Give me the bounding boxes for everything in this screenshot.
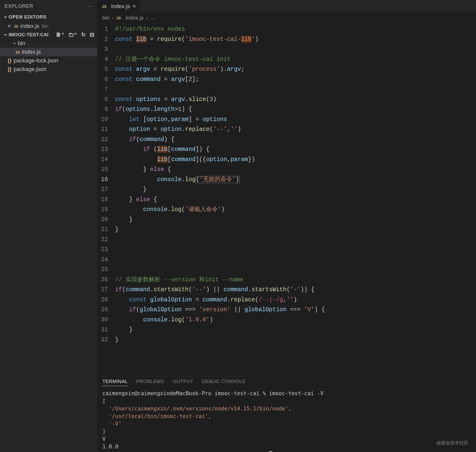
chevron-down-icon	[3, 14, 7, 20]
new-file-icon[interactable]: 🗎⁺	[56, 31, 64, 38]
tab-bar: JS index.js ×	[97, 0, 476, 13]
open-editors-label: OPEN EDITORS	[9, 14, 46, 20]
collapse-icon[interactable]: ⊟	[90, 31, 94, 38]
close-icon[interactable]: ×	[133, 3, 136, 10]
open-editor-filename: index.js	[20, 23, 39, 29]
chevron-down-icon	[3, 31, 7, 38]
tab-output[interactable]: OUTPUT	[173, 379, 193, 386]
json-icon: {}	[8, 66, 12, 72]
terminal-panel: TERMINAL PROBLEMS OUTPUT DEBUG CONSOLE c…	[97, 376, 476, 452]
close-icon[interactable]: ×	[8, 23, 14, 29]
sidebar: EXPLORER ··· OPEN EDITORS × JS index.js …	[0, 0, 97, 452]
open-editors-header[interactable]: OPEN EDITORS	[0, 12, 97, 22]
tab-debug-console[interactable]: DEBUG CONSOLE	[202, 379, 246, 386]
open-editor-folder: bin	[42, 23, 49, 29]
explorer-title: EXPLORER	[5, 3, 33, 9]
folder-bin[interactable]: bin	[0, 39, 97, 48]
code-editor[interactable]: 1234567891011121314151617181920212223242…	[97, 23, 476, 376]
json-icon: {}	[8, 58, 12, 64]
file-indexjs[interactable]: JS index.js	[0, 48, 97, 56]
chevron-down-icon	[12, 40, 16, 47]
file-package[interactable]: {} package.json	[0, 65, 97, 74]
new-folder-icon[interactable]: 🗀⁺	[68, 31, 77, 38]
refresh-icon[interactable]: ↻	[81, 31, 86, 38]
tab-indexjs[interactable]: JS index.js ×	[97, 0, 141, 13]
file-label: index.js	[22, 49, 41, 55]
js-badge-icon: JS	[102, 4, 106, 9]
breadcrumb-item[interactable]: ...	[151, 15, 155, 21]
chevron-right-icon: ›	[146, 15, 148, 21]
breadcrumb[interactable]: bin › JS index.js › ...	[97, 13, 476, 23]
open-editor-item[interactable]: × JS index.js bin	[0, 22, 97, 30]
breadcrumb-item[interactable]: index.js	[125, 15, 143, 21]
panel-tabs: TERMINAL PROBLEMS OUTPUT DEBUG CONSOLE	[97, 376, 476, 389]
js-badge-icon: JS	[116, 16, 121, 20]
code-content[interactable]: #!/usr/bin/env nodes const lib = require…	[115, 24, 476, 376]
file-label: package-lock.json	[14, 57, 58, 64]
gutter: 1234567891011121314151617181920212223242…	[97, 24, 115, 376]
project-name: IMOOC-TEST-CAI	[9, 32, 48, 38]
js-badge-icon: JS	[15, 50, 20, 54]
terminal-content[interactable]: caimengxin@caimengxindeMacBook-Pro imooc…	[97, 389, 476, 452]
watermark: @掘金技术社区	[436, 440, 468, 446]
explorer-header: EXPLORER ···	[0, 0, 97, 12]
editor-area: JS index.js × bin › JS index.js › ... 12…	[97, 0, 476, 452]
js-badge-icon: JS	[14, 24, 18, 28]
tab-problems[interactable]: PROBLEMS	[136, 379, 164, 386]
project-actions: 🗎⁺ 🗀⁺ ↻ ⊟	[56, 31, 94, 38]
file-package-lock[interactable]: {} package-lock.json	[0, 56, 97, 65]
folder-label: bin	[18, 40, 25, 47]
tab-terminal[interactable]: TERMINAL	[102, 379, 128, 386]
more-icon[interactable]: ···	[87, 3, 93, 10]
project-header[interactable]: IMOOC-TEST-CAI 🗎⁺ 🗀⁺ ↻ ⊟	[0, 30, 97, 39]
chevron-right-icon: ›	[112, 15, 114, 21]
tab-label: index.js	[111, 3, 130, 10]
file-label: package.json	[14, 66, 47, 73]
breadcrumb-item[interactable]: bin	[102, 15, 109, 21]
